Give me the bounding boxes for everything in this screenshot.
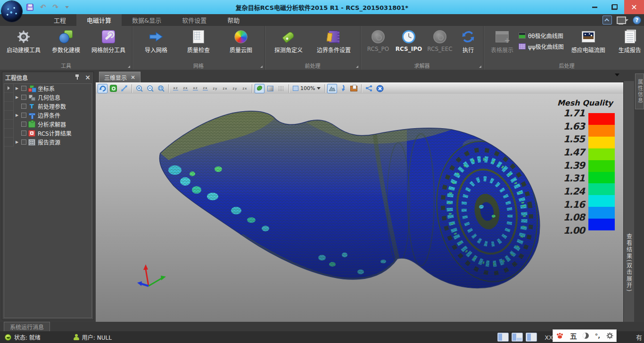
system-message-tab[interactable]: 系统运行消息 xyxy=(4,322,50,331)
3d-canvas[interactable]: Mesh Quality 1.711.631.551.471.391.311.2… xyxy=(96,94,623,322)
tree-item-boundary-conditions[interactable]: ▶ 边界条件 xyxy=(4,111,91,120)
zoom-in-button[interactable] xyxy=(134,84,144,93)
tab-list-dropdown-icon[interactable] xyxy=(615,74,619,76)
launch-modeling-tool-button[interactable]: 启动建模工具 xyxy=(3,28,44,54)
close-tab-icon[interactable]: × xyxy=(131,74,135,81)
generate-report-button[interactable]: 生成报告 xyxy=(613,28,644,54)
view-orientation-button[interactable]: zy xyxy=(231,84,239,93)
view-orientation-button[interactable]: zx xyxy=(221,84,230,93)
tab-3d-display[interactable]: 三维显示 × xyxy=(99,72,140,82)
checkbox[interactable] xyxy=(21,139,26,145)
checkbox[interactable] xyxy=(21,95,26,100)
tab-data-display[interactable]: 数据&显示 xyxy=(122,14,172,26)
induced-current-map-button[interactable]: 感应电磁流图 xyxy=(565,28,612,54)
points-display-button[interactable] xyxy=(276,84,286,93)
zoom-fit-icon xyxy=(157,85,165,92)
detect-angle-define-button[interactable]: 探测角定义 xyxy=(268,28,309,54)
view-orientation-button[interactable]: zx xyxy=(240,84,249,93)
minimize-button[interactable] xyxy=(585,0,604,14)
tab-help[interactable]: 帮助 xyxy=(217,14,250,26)
layout-right-panel-button[interactable] xyxy=(526,333,537,342)
group-expand-icon[interactable] xyxy=(128,65,130,68)
photo-icon xyxy=(582,31,595,42)
message-tab-row: 系统运行消息 xyxy=(0,322,644,331)
display-style-button[interactable] xyxy=(616,16,628,24)
share-view-button[interactable] xyxy=(364,84,374,93)
expander-icon[interactable]: ▶ xyxy=(14,86,20,90)
tree-item-rcs-results[interactable]: RCS计算结果 xyxy=(4,129,91,138)
theta-polarization-curve-button[interactable]: θθ极化曲线图 xyxy=(519,32,564,40)
restore-button[interactable] xyxy=(604,0,624,14)
ribbon-group-mesh: 导入网格 质量检查 质量云图 网格 xyxy=(132,26,265,70)
mesh-partition-tool-button[interactable]: 网格剖分工具 xyxy=(88,28,129,54)
status-bar: 状态: 就绪 用户: NULL XX工业 有 xyxy=(0,331,644,343)
zoom-fit-button[interactable] xyxy=(156,84,166,93)
view-orientation-button[interactable]: zx xyxy=(201,84,210,93)
zoom-square-icon xyxy=(293,86,298,91)
tab-software-settings[interactable]: 软件设置 xyxy=(172,14,217,26)
property-info-tab[interactable]: 属性信息 xyxy=(635,74,644,109)
ime-brand-paw-icon[interactable] xyxy=(556,332,564,339)
quality-check-button[interactable]: 质量检查 xyxy=(178,28,219,54)
checkbox[interactable] xyxy=(21,86,26,91)
expander-icon[interactable]: ▶ xyxy=(14,95,20,99)
zoom-level-value: 100% xyxy=(300,85,315,91)
save-view-button[interactable] xyxy=(338,84,348,93)
zoom-out-button[interactable] xyxy=(145,84,155,93)
scene-manager-button[interactable] xyxy=(349,84,359,93)
close-panel-icon[interactable]: × xyxy=(85,74,91,80)
expander-icon[interactable]: ▶ xyxy=(14,113,20,117)
quality-contour-button[interactable]: 质量云图 xyxy=(220,28,262,54)
ime-halfwidth-icon[interactable] xyxy=(583,333,589,339)
import-mesh-button[interactable]: 导入网格 xyxy=(135,28,177,54)
checkbox[interactable] xyxy=(21,113,26,118)
tree-item-preprocess-params[interactable]: T 前处理参数 xyxy=(4,102,91,111)
tree-item-geometry-info[interactable]: ▶ 几何信息 xyxy=(4,93,91,102)
ime-settings-gear-icon[interactable] xyxy=(606,332,613,339)
pan-view-button[interactable] xyxy=(119,84,129,93)
checkbox[interactable] xyxy=(21,104,26,109)
help-button[interactable]: ? xyxy=(633,16,641,24)
view-orientation-button[interactable]: xz xyxy=(191,84,200,93)
clip-plane-button[interactable] xyxy=(327,84,337,93)
close-button[interactable]: ✕ xyxy=(624,0,644,14)
tree-item-report-resources[interactable]: ▶ 报告资源 xyxy=(4,138,91,147)
checkbox[interactable] xyxy=(21,131,26,136)
view-orientation-button[interactable]: xz xyxy=(171,84,180,93)
results-strip[interactable]: 查看结果(双击展开) xyxy=(623,81,634,322)
group-expand-icon[interactable] xyxy=(260,65,263,68)
checkbox[interactable] xyxy=(21,122,26,127)
ime-mode-button[interactable]: 五 xyxy=(570,331,577,341)
close-view-button[interactable] xyxy=(375,84,385,93)
app-logo xyxy=(1,1,22,22)
view-orientation-button[interactable]: zx xyxy=(181,84,190,93)
tree-item-coordinate-system[interactable]: ▶ 坐标系 xyxy=(4,84,91,93)
collapse-ribbon-button[interactable] xyxy=(603,16,612,24)
expander-icon[interactable]: ▶ xyxy=(14,140,20,144)
boundary-condition-button[interactable]: 边界条件设置 xyxy=(310,28,357,54)
solver-rcs-ipo-button[interactable]: RCS_IPO xyxy=(394,28,424,52)
layout-bottom-panel-button[interactable] xyxy=(512,333,523,342)
orbit-view-button[interactable] xyxy=(108,84,118,93)
psi-polarization-curve-button[interactable]: ψψ极化曲线图 xyxy=(519,42,564,50)
layout-left-panel-button[interactable] xyxy=(497,333,509,342)
ime-punctuation-button[interactable]: °, xyxy=(595,332,600,339)
execute-button[interactable]: 执行 xyxy=(456,28,480,54)
rotate-view-button[interactable] xyxy=(98,84,107,93)
group-expand-icon[interactable] xyxy=(356,65,358,68)
tab-project[interactable]: 工程 xyxy=(43,14,76,26)
share-icon xyxy=(365,85,372,91)
parametric-modeling-button[interactable]: 参数化建模 xyxy=(45,28,87,54)
ribbon-group-tools: 启动建模工具 参数化建模 网格剖分工具 工具 xyxy=(0,26,132,70)
group-expand-icon[interactable] xyxy=(479,65,481,68)
axis-triad xyxy=(137,264,166,286)
clock-icon xyxy=(401,29,416,44)
smooth-shading-button[interactable] xyxy=(255,84,264,93)
view-orientation-button[interactable]: zy xyxy=(211,84,220,93)
flat-shading-button[interactable] xyxy=(265,84,275,93)
tab-em-computation[interactable]: 电磁计算 xyxy=(76,14,122,26)
zoom-level-select[interactable]: 100% xyxy=(291,84,322,93)
pin-icon[interactable] xyxy=(75,74,79,80)
tree-item-solver[interactable]: 分析求解器 xyxy=(4,120,91,129)
ime-toolbar: 五 °, xyxy=(553,329,617,342)
